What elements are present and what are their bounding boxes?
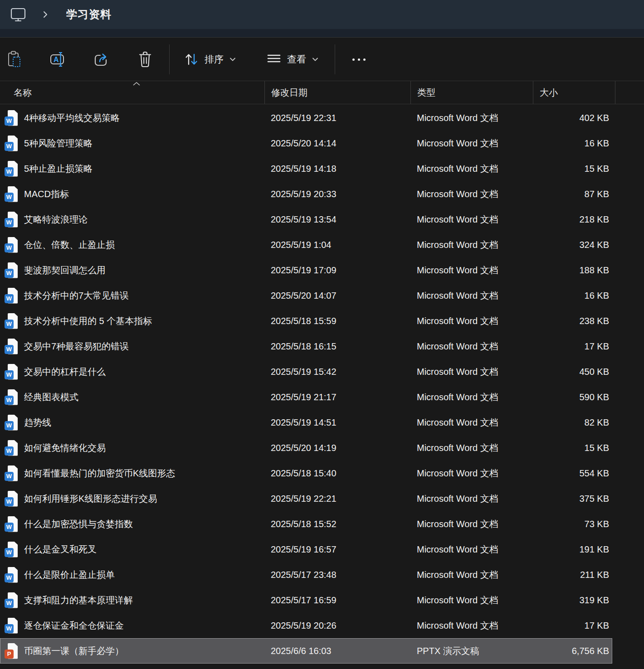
ellipsis-icon xyxy=(352,58,355,61)
file-type: Microsoft Word 文档 xyxy=(410,391,533,403)
word-file-icon: W xyxy=(5,110,18,126)
file-name: 交易中7种最容易犯的错误 xyxy=(24,340,129,353)
file-size: 73 KB xyxy=(533,519,612,529)
file-name: 技术分析中的7大常见错误 xyxy=(24,290,129,302)
sort-button[interactable]: 排序 xyxy=(179,44,241,75)
file-type: Microsoft Word 文档 xyxy=(410,213,533,226)
delete-button[interactable] xyxy=(131,44,160,75)
word-file-icon: W xyxy=(5,440,18,456)
file-row[interactable]: W 交易中的杠杆是什么 2025/5/19 15:42 Microsoft Wo… xyxy=(0,359,612,384)
view-button-label: 查看 xyxy=(287,53,306,66)
file-date-modified: 2025/5/19 15:42 xyxy=(264,367,410,377)
file-row[interactable]: W 5种风险管理策略 2025/5/20 14:14 Microsoft Wor… xyxy=(0,131,612,156)
file-row[interactable]: W 经典图表模式 2025/5/19 21:17 Microsoft Word … xyxy=(0,384,612,410)
file-name: 艾略特波浪理论 xyxy=(24,213,88,226)
rename-button[interactable]: A xyxy=(44,44,73,75)
file-row[interactable]: W 交易中7种最容易犯的错误 2025/5/18 16:15 Microsoft… xyxy=(0,334,612,359)
file-row[interactable]: W 什么是限价止盈止损单 2025/5/17 23:48 Microsoft W… xyxy=(0,562,612,587)
powerpoint-file-icon: P xyxy=(5,643,18,659)
file-row[interactable]: W 什么是金叉和死叉 2025/5/19 16:57 Microsoft Wor… xyxy=(0,537,612,562)
word-file-icon: W xyxy=(5,136,18,151)
file-date-modified: 2025/5/19 20:33 xyxy=(264,189,410,199)
file-row[interactable]: W 艾略特波浪理论 2025/5/19 13:54 Microsoft Word… xyxy=(0,207,612,232)
file-row[interactable]: W 斐波那契回调怎么用 2025/5/19 17:09 Microsoft Wo… xyxy=(0,257,612,283)
word-file-icon: W xyxy=(5,567,18,583)
file-date-modified: 2025/5/19 13:54 xyxy=(264,214,410,225)
file-type: PPTX 演示文稿 xyxy=(410,645,533,657)
file-size: 402 KB xyxy=(533,113,612,123)
file-row[interactable]: W 如何避免情绪化交易 2025/5/20 14:19 Microsoft Wo… xyxy=(0,435,612,461)
file-row[interactable]: W 趋势线 2025/5/19 14:51 Microsoft Word 文档 … xyxy=(0,410,612,435)
file-type: Microsoft Word 文档 xyxy=(410,137,533,150)
file-date-modified: 2025/5/19 22:21 xyxy=(264,494,410,504)
word-file-icon: W xyxy=(5,212,18,228)
file-type: Microsoft Word 文档 xyxy=(410,188,533,200)
file-row[interactable]: W 如何利用锤形K线图形态进行交易 2025/5/19 22:21 Micros… xyxy=(0,486,612,511)
this-pc-button[interactable] xyxy=(10,7,26,22)
file-row[interactable]: W 仓位、倍数、止盈止损 2025/5/19 1:04 Microsoft Wo… xyxy=(0,232,612,257)
file-name: 4种移动平均线交易策略 xyxy=(24,112,120,124)
file-name: 币圈第一课（新手必学） xyxy=(24,645,124,657)
more-options-button[interactable] xyxy=(346,46,371,73)
file-type: Microsoft Word 文档 xyxy=(410,569,533,581)
file-date-modified: 2025/6/6 16:03 xyxy=(264,646,410,656)
file-row[interactable]: W 支撑和阻力的基本原理详解 2025/5/17 16:59 Microsoft… xyxy=(0,587,612,613)
file-name: 什么是金叉和死叉 xyxy=(24,543,97,556)
file-name: 支撑和阻力的基本原理详解 xyxy=(24,594,133,606)
file-row[interactable]: W 5种止盈止损策略 2025/5/19 14:18 Microsoft Wor… xyxy=(0,156,612,181)
file-date-modified: 2025/5/19 17:09 xyxy=(264,265,410,276)
column-header-row: 名称 修改日期 类型 大小 xyxy=(0,81,644,104)
breadcrumb-folder-name[interactable]: 学习资料 xyxy=(66,7,112,22)
file-row[interactable]: W 逐仓保证金和全仓保证金 2025/5/19 20:26 Microsoft … xyxy=(0,613,612,638)
view-button[interactable]: 查看 xyxy=(261,44,324,75)
column-header-size[interactable]: 大小 xyxy=(533,81,615,104)
sort-ascending-caret-icon xyxy=(132,82,141,86)
share-button[interactable] xyxy=(87,44,116,75)
file-row[interactable]: W 技术分析中的7大常见错误 2025/5/20 14:07 Microsoft… xyxy=(0,283,612,308)
file-date-modified: 2025/5/19 14:18 xyxy=(264,164,410,174)
file-type: Microsoft Word 文档 xyxy=(410,417,533,429)
file-size: 211 KB xyxy=(533,570,612,580)
share-icon xyxy=(93,51,110,68)
column-header-name[interactable]: 名称 xyxy=(0,81,264,104)
word-file-icon: W xyxy=(5,491,18,507)
file-type: Microsoft Word 文档 xyxy=(410,340,533,353)
column-header-type[interactable]: 类型 xyxy=(410,81,533,104)
file-name: MACD指标 xyxy=(24,188,69,200)
file-size: 15 KB xyxy=(533,164,612,174)
word-file-icon: W xyxy=(5,262,18,278)
file-date-modified: 2025/5/19 16:57 xyxy=(264,544,410,555)
word-file-icon: W xyxy=(5,465,18,481)
file-size: 450 KB xyxy=(533,367,612,377)
file-name: 技术分析中使用的 5 个基本指标 xyxy=(24,315,152,327)
file-name: 趋势线 xyxy=(24,417,51,429)
svg-text:A: A xyxy=(54,56,59,63)
word-file-icon: W xyxy=(5,389,18,405)
file-type: Microsoft Word 文档 xyxy=(410,163,533,175)
file-size: 188 KB xyxy=(533,265,612,276)
command-toolbar: A xyxy=(0,38,644,81)
paste-button[interactable] xyxy=(0,44,29,75)
file-row[interactable]: P 币圈第一课（新手必学） 2025/6/6 16:03 PPTX 演示文稿 6… xyxy=(0,638,612,664)
titlebar-lower-strip xyxy=(0,29,644,38)
toolbar-separator xyxy=(169,44,170,74)
file-date-modified: 2025/5/20 14:19 xyxy=(264,443,410,453)
file-row[interactable]: W 4种移动平均线交易策略 2025/5/19 22:31 Microsoft … xyxy=(0,105,612,131)
file-row[interactable]: W 如何看懂最热门的加密货币K线图形态 2025/5/18 15:40 Micr… xyxy=(0,461,612,486)
paste-icon xyxy=(7,50,22,68)
file-row[interactable]: W 技术分析中使用的 5 个基本指标 2025/5/18 15:59 Micro… xyxy=(0,308,612,334)
file-row[interactable]: W 什么是加密恐惧与贪婪指数 2025/5/18 15:52 Microsoft… xyxy=(0,511,612,537)
word-file-icon: W xyxy=(5,364,18,380)
file-date-modified: 2025/5/19 22:31 xyxy=(264,113,410,123)
file-size: 16 KB xyxy=(533,291,612,301)
file-row[interactable]: W MACD指标 2025/5/19 20:33 Microsoft Word … xyxy=(0,181,612,207)
file-size: 554 KB xyxy=(533,468,612,479)
file-size: 218 KB xyxy=(533,214,612,225)
file-type: Microsoft Word 文档 xyxy=(410,493,533,505)
file-size: 6,756 KB xyxy=(533,646,612,656)
breadcrumb-bar: 学习资料 xyxy=(0,0,644,29)
sort-arrows-icon xyxy=(184,52,199,67)
column-header-date-modified[interactable]: 修改日期 xyxy=(264,81,410,104)
file-size: 82 KB xyxy=(533,417,612,428)
file-size: 17 KB xyxy=(533,341,612,352)
